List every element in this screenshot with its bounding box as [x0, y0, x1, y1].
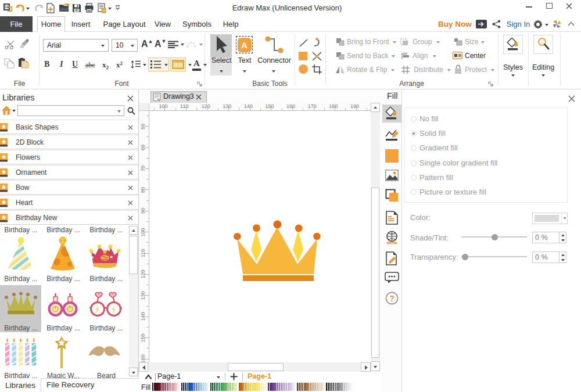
svg-text:?: ?	[389, 294, 394, 303]
